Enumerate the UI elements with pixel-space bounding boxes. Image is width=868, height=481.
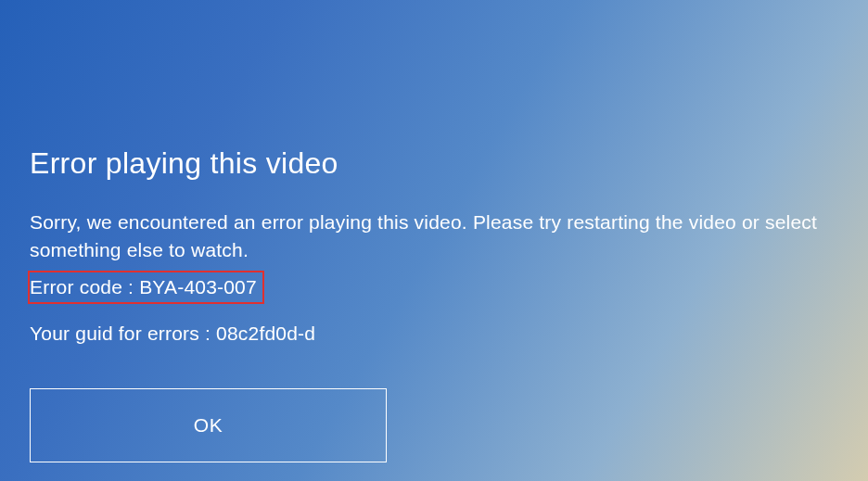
ok-button[interactable]: OK: [30, 388, 387, 462]
ok-button-label: OK: [194, 414, 223, 437]
error-code-highlight: Error code : BYA-403-007: [28, 271, 264, 304]
error-message: Sorry, we encountered an error playing t…: [30, 209, 838, 265]
error-code: Error code : BYA-403-007: [30, 276, 257, 297]
error-dialog: Error playing this video Sorry, we encou…: [0, 0, 868, 345]
error-title: Error playing this video: [30, 146, 838, 181]
error-guid: Your guid for errors : 08c2fd0d-d: [30, 323, 838, 345]
